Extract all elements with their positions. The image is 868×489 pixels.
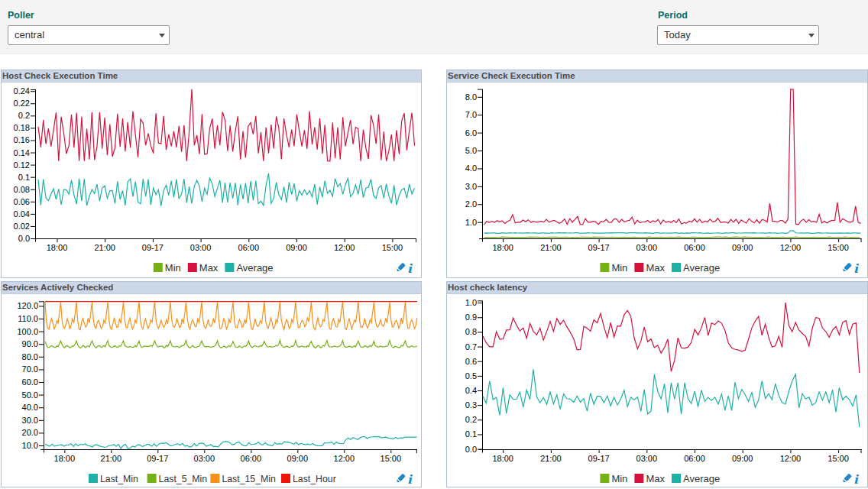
svg-text:0.24: 0.24 [14, 86, 30, 96]
svg-text:15:00: 15:00 [382, 243, 403, 252]
svg-text:0.02: 0.02 [14, 222, 30, 231]
svg-text:09-17: 09-17 [142, 243, 164, 252]
svg-text:12:00: 12:00 [334, 454, 355, 463]
svg-text:110.0: 110.0 [18, 314, 38, 323]
svg-text:6.0: 6.0 [465, 128, 477, 138]
svg-text:03:00: 03:00 [194, 454, 215, 463]
svg-text:0.2: 0.2 [18, 111, 30, 120]
svg-text:Min: Min [165, 262, 181, 274]
svg-text:1.0: 1.0 [465, 218, 477, 227]
svg-text:i: i [408, 261, 413, 275]
svg-text:0.2: 0.2 [465, 415, 477, 424]
svg-text:Max: Max [199, 262, 219, 274]
svg-text:18:00: 18:00 [492, 454, 513, 463]
svg-text:12:00: 12:00 [334, 243, 355, 252]
svg-text:8.0: 8.0 [465, 92, 477, 102]
svg-text:0.04: 0.04 [14, 209, 30, 219]
svg-text:0.1: 0.1 [465, 429, 477, 439]
svg-text:09:00: 09:00 [286, 243, 307, 252]
svg-text:Last_5_Min: Last_5_Min [159, 474, 208, 484]
svg-text:0.06: 0.06 [14, 197, 30, 206]
svg-text:i: i [408, 471, 413, 486]
svg-text:15:00: 15:00 [828, 243, 849, 252]
svg-text:15:00: 15:00 [828, 454, 849, 463]
svg-text:09-17: 09-17 [588, 243, 610, 252]
svg-text:0.3: 0.3 [465, 400, 477, 410]
svg-text:21:00: 21:00 [101, 454, 122, 463]
svg-text:7.0: 7.0 [465, 110, 477, 119]
svg-text:09-17: 09-17 [147, 454, 168, 463]
svg-text:20.0: 20.0 [22, 428, 38, 437]
svg-text:Min: Min [611, 262, 627, 274]
svg-text:18:00: 18:00 [54, 454, 76, 463]
svg-text:18:00: 18:00 [492, 243, 513, 252]
svg-text:09-17: 09-17 [588, 454, 610, 463]
svg-text:Min: Min [611, 473, 627, 484]
svg-text:06:00: 06:00 [241, 454, 262, 463]
svg-text:18:00: 18:00 [47, 243, 68, 252]
svg-text:70.0: 70.0 [22, 364, 38, 374]
svg-text:21:00: 21:00 [540, 454, 562, 463]
svg-text:09:00: 09:00 [287, 454, 309, 463]
svg-text:Last_Min: Last_Min [100, 474, 138, 484]
svg-text:Max: Max [646, 473, 665, 484]
svg-text:Last_Hour: Last_Hour [293, 474, 336, 484]
svg-text:10.0: 10.0 [22, 441, 38, 450]
svg-text:Last_15_Min: Last_15_Min [222, 474, 276, 484]
svg-text:0.08: 0.08 [14, 185, 30, 194]
svg-text:15:00: 15:00 [381, 454, 402, 463]
svg-text:03:00: 03:00 [636, 454, 658, 463]
svg-text:0.4: 0.4 [465, 386, 477, 395]
svg-text:2.0: 2.0 [465, 199, 477, 209]
svg-text:3.0: 3.0 [465, 182, 477, 191]
svg-text:0.6: 0.6 [465, 357, 477, 366]
svg-text:40.0: 40.0 [22, 403, 38, 412]
svg-text:0.1: 0.1 [18, 173, 30, 182]
svg-text:06:00: 06:00 [238, 243, 260, 252]
svg-text:Average: Average [236, 262, 273, 274]
svg-text:Average: Average [683, 473, 720, 484]
svg-text:12:00: 12:00 [780, 243, 802, 252]
svg-text:09:00: 09:00 [732, 454, 753, 463]
svg-text:i: i [854, 261, 860, 275]
svg-text:4.0: 4.0 [465, 164, 477, 173]
svg-text:50.0: 50.0 [22, 390, 38, 400]
svg-text:06:00: 06:00 [684, 243, 705, 252]
svg-text:0.0: 0.0 [18, 234, 30, 243]
svg-text:12:00: 12:00 [780, 454, 802, 463]
svg-text:0.8: 0.8 [465, 327, 477, 336]
svg-text:5.0: 5.0 [465, 146, 477, 155]
svg-text:0.0: 0.0 [465, 445, 477, 454]
svg-text:30.0: 30.0 [22, 416, 38, 425]
svg-text:120.0: 120.0 [17, 301, 38, 310]
svg-text:21:00: 21:00 [540, 243, 562, 252]
svg-text:90.0: 90.0 [22, 339, 38, 348]
svg-text:0.7: 0.7 [465, 342, 477, 351]
svg-text:0.5: 0.5 [465, 371, 477, 381]
svg-text:0.12: 0.12 [14, 160, 30, 170]
svg-text:Average: Average [683, 262, 720, 274]
svg-text:i: i [854, 471, 860, 486]
svg-text:80.0: 80.0 [22, 352, 38, 361]
svg-text:0.14: 0.14 [14, 148, 30, 157]
svg-text:09:00: 09:00 [732, 243, 753, 252]
svg-text:60.0: 60.0 [22, 377, 38, 387]
svg-text:21:00: 21:00 [94, 243, 115, 252]
svg-text:1.0: 1.0 [465, 298, 477, 307]
svg-text:100.0: 100.0 [17, 327, 38, 336]
svg-text:0.22: 0.22 [14, 99, 30, 108]
svg-text:0.9: 0.9 [465, 313, 477, 322]
svg-text:0.16: 0.16 [14, 135, 30, 144]
svg-text:03:00: 03:00 [636, 243, 658, 252]
svg-text:Max: Max [646, 262, 665, 274]
svg-text:06:00: 06:00 [684, 454, 705, 463]
svg-text:03:00: 03:00 [190, 243, 212, 252]
svg-text:0.18: 0.18 [14, 123, 30, 132]
